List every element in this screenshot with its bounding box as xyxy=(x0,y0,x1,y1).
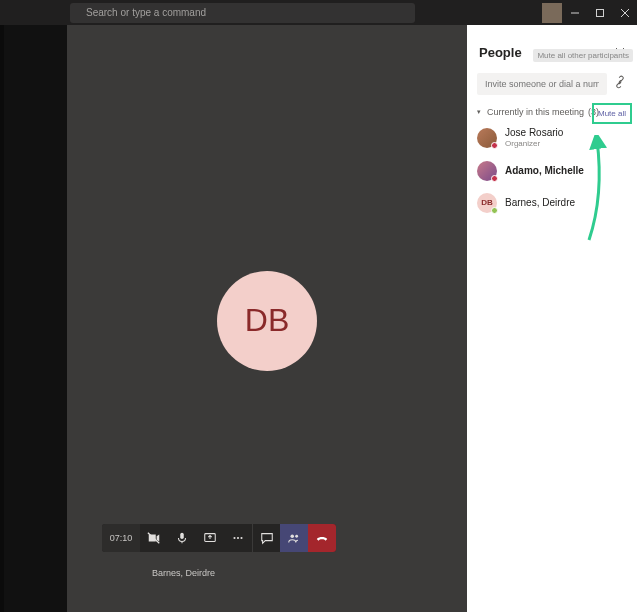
participant-row[interactable]: Adamo, Michelle xyxy=(467,155,637,187)
participants-list: Jose RosarioOrganizerAdamo, MichelleDBBa… xyxy=(467,121,637,219)
search-input[interactable]: Search or type a command xyxy=(70,3,415,23)
speaker-avatar: DB xyxy=(217,271,317,371)
user-avatar[interactable] xyxy=(542,3,562,23)
svg-rect-1 xyxy=(596,9,603,16)
people-panel: People ▾ Currently in this meeting (3) M… xyxy=(467,25,637,612)
mute-all-tooltip: Mute all other participants xyxy=(533,49,633,62)
participant-info: Adamo, Michelle xyxy=(505,165,584,177)
search-placeholder-text: Search or type a command xyxy=(86,7,206,18)
window-controls xyxy=(562,0,637,25)
participant-name: Jose Rosario xyxy=(505,127,563,139)
participant-info: Barnes, Deirdre xyxy=(505,197,575,209)
participant-row[interactable]: Jose RosarioOrganizer xyxy=(467,121,637,155)
meeting-stage: DB 07:10 Bar xyxy=(67,25,467,612)
main-area: DB 07:10 Bar xyxy=(0,25,637,612)
svg-point-10 xyxy=(291,535,295,539)
left-gutter xyxy=(4,25,67,612)
avatar-initials: DB xyxy=(245,302,289,339)
presence-indicator xyxy=(491,142,498,149)
maximize-button[interactable] xyxy=(587,0,612,25)
participant-avatar xyxy=(477,161,497,181)
speaker-name-caption: Barnes, Deirdre xyxy=(152,568,215,578)
camera-toggle-button[interactable] xyxy=(140,524,168,552)
participant-name: Adamo, Michelle xyxy=(505,165,584,177)
participant-avatar xyxy=(477,128,497,148)
close-window-button[interactable] xyxy=(612,0,637,25)
mic-toggle-button[interactable] xyxy=(168,524,196,552)
participants-button[interactable] xyxy=(280,524,308,552)
section-label: Currently in this meeting xyxy=(487,107,584,117)
titlebar: Search or type a command xyxy=(0,0,637,25)
chevron-down-icon: ▾ xyxy=(475,108,483,116)
svg-point-11 xyxy=(295,535,298,538)
call-controls: 07:10 xyxy=(102,524,336,552)
invite-input[interactable] xyxy=(477,73,607,95)
invite-row xyxy=(467,73,637,103)
participant-name: Barnes, Deirdre xyxy=(505,197,575,209)
participant-info: Jose RosarioOrganizer xyxy=(505,127,563,149)
svg-rect-5 xyxy=(180,533,184,539)
presence-indicator xyxy=(491,175,498,182)
more-actions-button[interactable] xyxy=(224,524,252,552)
section-current[interactable]: ▾ Currently in this meeting (3) Mute all xyxy=(467,103,637,121)
call-duration: 07:10 xyxy=(102,524,140,552)
chat-button[interactable] xyxy=(252,524,280,552)
svg-point-8 xyxy=(237,537,239,539)
share-screen-button[interactable] xyxy=(196,524,224,552)
svg-point-7 xyxy=(233,537,235,539)
participant-row[interactable]: DBBarnes, Deirdre xyxy=(467,187,637,219)
hang-up-button[interactable] xyxy=(308,524,336,552)
copy-link-button[interactable] xyxy=(613,75,627,93)
participant-avatar: DB xyxy=(477,193,497,213)
panel-title: People xyxy=(479,45,522,60)
svg-point-9 xyxy=(240,537,242,539)
participant-role: Organizer xyxy=(505,139,563,149)
presence-indicator xyxy=(491,207,498,214)
minimize-button[interactable] xyxy=(562,0,587,25)
mute-all-button[interactable]: Mute all xyxy=(592,103,632,124)
